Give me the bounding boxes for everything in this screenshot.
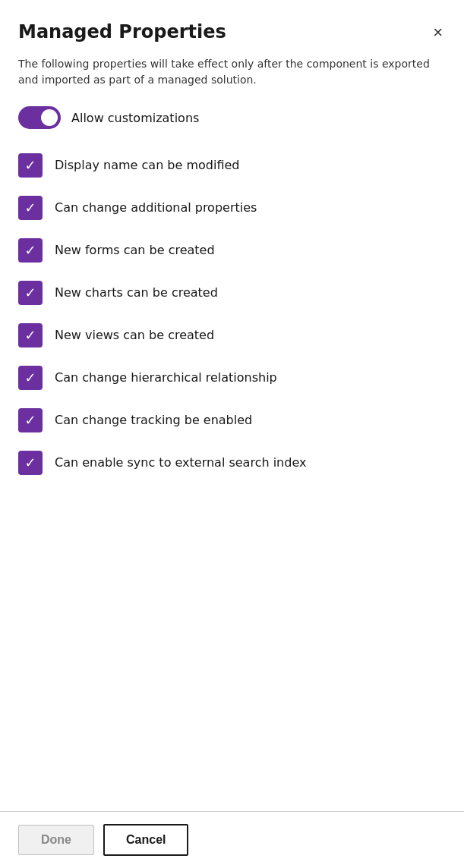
checkbox-label-additional-properties: Can change additional properties xyxy=(55,200,257,216)
checkbox-hierarchical-relationship[interactable]: ✓ xyxy=(18,366,43,390)
toggle-row: Allow customizations xyxy=(18,106,446,129)
checkbox-label-new-views: New views can be created xyxy=(55,327,214,344)
checkbox-additional-properties[interactable]: ✓ xyxy=(18,196,43,220)
checkmark-icon: ✓ xyxy=(24,371,36,385)
toggle-thumb xyxy=(41,109,58,126)
checkbox-label-hierarchical-relationship: Can change hierarchical relationship xyxy=(55,370,277,386)
done-button[interactable]: Done xyxy=(18,825,94,855)
checkbox-label-tracking: Can change tracking be enabled xyxy=(55,412,252,429)
close-button[interactable]: × xyxy=(430,21,446,44)
checkbox-label-new-forms: New forms can be created xyxy=(55,242,215,259)
allow-customizations-toggle[interactable] xyxy=(18,106,61,129)
checkbox-new-views[interactable]: ✓ xyxy=(18,323,43,348)
toggle-track xyxy=(18,106,61,129)
checkbox-label-new-charts: New charts can be created xyxy=(55,285,218,301)
checkbox-tracking[interactable]: ✓ xyxy=(18,408,43,432)
toggle-label: Allow customizations xyxy=(71,111,199,125)
dialog-content: Managed Properties × The following prope… xyxy=(0,0,464,811)
checkmark-icon: ✓ xyxy=(24,329,36,342)
list-item: ✓ New charts can be created xyxy=(18,272,446,314)
dialog-footer: Done Cancel xyxy=(0,811,464,868)
managed-properties-dialog: Managed Properties × The following prope… xyxy=(0,0,464,868)
checkbox-new-charts[interactable]: ✓ xyxy=(18,281,43,305)
list-item: ✓ Can change additional properties xyxy=(18,187,446,229)
checkmark-icon: ✓ xyxy=(24,286,36,300)
dialog-description: The following properties will take effec… xyxy=(18,56,446,88)
checkmark-icon: ✓ xyxy=(24,201,36,215)
checkbox-list: ✓ Display name can be modified ✓ Can cha… xyxy=(18,144,446,484)
cancel-button[interactable]: Cancel xyxy=(103,824,188,856)
list-item: ✓ Can change hierarchical relationship xyxy=(18,357,446,399)
checkmark-icon: ✓ xyxy=(24,414,36,427)
dialog-title: Managed Properties xyxy=(18,21,226,43)
list-item: ✓ Display name can be modified xyxy=(18,144,446,187)
checkbox-label-display-name: Display name can be modified xyxy=(55,157,240,174)
list-item: ✓ Can enable sync to external search ind… xyxy=(18,442,446,484)
checkbox-sync-search[interactable]: ✓ xyxy=(18,451,43,475)
checkmark-icon: ✓ xyxy=(24,244,36,257)
list-item: ✓ Can change tracking be enabled xyxy=(18,399,446,442)
dialog-header: Managed Properties × xyxy=(18,21,446,44)
checkbox-display-name[interactable]: ✓ xyxy=(18,153,43,178)
checkmark-icon: ✓ xyxy=(24,456,36,470)
list-item: ✓ New forms can be created xyxy=(18,229,446,272)
list-item: ✓ New views can be created xyxy=(18,314,446,357)
checkbox-label-sync-search: Can enable sync to external search index xyxy=(55,454,306,471)
checkmark-icon: ✓ xyxy=(24,159,36,172)
checkbox-new-forms[interactable]: ✓ xyxy=(18,238,43,263)
